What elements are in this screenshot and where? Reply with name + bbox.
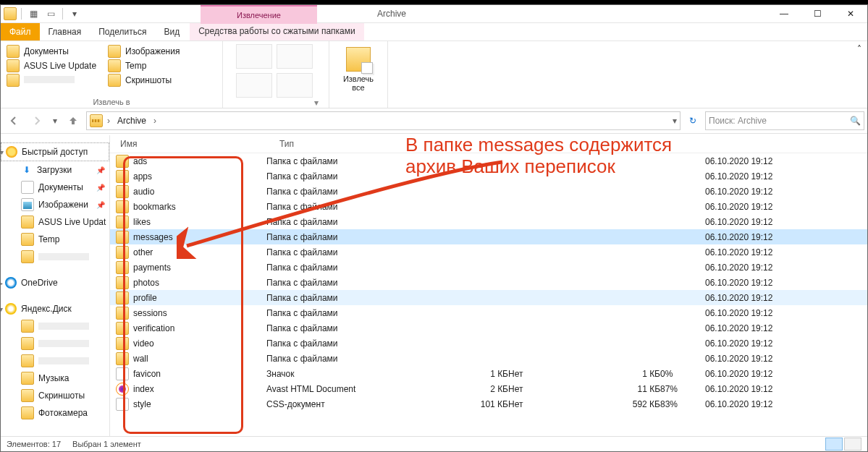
tree-item[interactable]: Изображени📌 bbox=[1, 196, 109, 213]
file-row[interactable]: paymentsПапка с файлами06.10.2020 19:12 bbox=[110, 260, 867, 275]
qat-new-folder-icon[interactable]: ▭ bbox=[43, 7, 58, 21]
file-row[interactable]: bookmarksПапка с файлами06.10.2020 19:12 bbox=[110, 199, 867, 214]
address-bar[interactable]: › Archive › ▾ bbox=[86, 111, 681, 130]
folder-icon bbox=[116, 291, 129, 304]
extract-destination[interactable]: Изображения bbox=[108, 44, 209, 59]
tree-item[interactable]: Фотокамера bbox=[1, 404, 109, 422]
address-dropdown-icon[interactable]: ▾ bbox=[671, 116, 678, 126]
file-row[interactable]: styleCSS-документ101 КБНет592 КБ83%06.10… bbox=[110, 396, 867, 412]
tree-item[interactable]: ASUS Live Updat bbox=[1, 213, 109, 231]
view-large-button[interactable] bbox=[844, 438, 861, 451]
tree-label: Изображени bbox=[38, 200, 88, 210]
folder-icon bbox=[7, 59, 20, 72]
tree-item[interactable] bbox=[1, 248, 109, 265]
expand-gallery-icon[interactable]: ▾ bbox=[314, 98, 323, 106]
extract-destination[interactable]: Temp bbox=[108, 59, 209, 73]
file-row[interactable]: profileПапка с файлами06.10.2020 19:12 bbox=[110, 290, 867, 305]
file-type: Avast HTML Document bbox=[266, 384, 444, 394]
column-name[interactable]: Имя bbox=[116, 139, 275, 149]
collapse-ribbon-icon[interactable]: ˄ bbox=[851, 41, 867, 108]
qat-props-icon[interactable]: ▦ bbox=[26, 7, 41, 21]
file-date: 06.10.2020 19:12 bbox=[705, 202, 806, 212]
file-date: 06.10.2020 19:12 bbox=[705, 156, 806, 166]
file-type: Папка с файлами bbox=[266, 308, 444, 318]
search-input[interactable]: Поиск: Archive 🔍 bbox=[705, 111, 864, 130]
file-size: 11 КБ bbox=[573, 384, 660, 394]
file-csize: 1 КБ bbox=[444, 369, 508, 379]
extract-destination[interactable]: ASUS Live Update bbox=[7, 59, 108, 73]
status-count: Элементов: 17 bbox=[7, 440, 61, 448]
file-type: CSS-документ bbox=[266, 399, 444, 409]
tree-item[interactable]: Документы📌 bbox=[1, 179, 109, 196]
file-date: 06.10.2020 19:12 bbox=[705, 384, 806, 394]
view-details-button[interactable] bbox=[825, 438, 843, 451]
file-row[interactable]: videoПапка с файлами06.10.2020 19:12 bbox=[110, 336, 867, 351]
tree-item[interactable]: ▾Яндекс.Диск bbox=[1, 300, 109, 317]
file-type: Папка с файлами bbox=[266, 263, 444, 273]
column-type[interactable]: Тип bbox=[275, 139, 462, 149]
file-row[interactable]: sessionsПапка с файлами06.10.2020 19:12 bbox=[110, 305, 867, 320]
file-row[interactable]: otherПапка с файлами06.10.2020 19:12 bbox=[110, 244, 867, 260]
file-row[interactable]: indexAvast HTML Document2 КБНет11 КБ87%0… bbox=[110, 381, 867, 396]
tree-item[interactable]: ▸OneDrive bbox=[1, 274, 109, 291]
file-row[interactable]: wallПапка с файлами06.10.2020 19:12 bbox=[110, 351, 867, 366]
tree-label: Быстрый доступ bbox=[22, 147, 88, 157]
close-button[interactable]: ✕ bbox=[834, 5, 867, 22]
tree-item[interactable]: Музыка bbox=[1, 370, 109, 387]
pin-icon: 📌 bbox=[96, 184, 105, 192]
file-type: Папка с файлами bbox=[266, 354, 444, 364]
nav-history-icon[interactable]: ▾ bbox=[50, 111, 60, 131]
tree-item[interactable] bbox=[1, 335, 109, 352]
folder-icon bbox=[116, 307, 129, 320]
tree-item[interactable]: Скриншоты bbox=[1, 387, 109, 404]
file-list[interactable]: adsПапка с файлами06.10.2020 19:12appsПа… bbox=[110, 153, 867, 437]
pin-icon: 📌 bbox=[96, 201, 105, 209]
file-row[interactable]: likesПапка с файлами06.10.2020 19:12 bbox=[110, 214, 867, 229]
file-row[interactable]: appsПапка с файлами06.10.2020 19:12 bbox=[110, 169, 867, 184]
file-type: Папка с файлами bbox=[266, 323, 444, 333]
expand-icon[interactable]: ▾ bbox=[1, 305, 3, 313]
tab-compressed-tools[interactable]: Средства работы со сжатыми папками bbox=[190, 23, 364, 40]
file-name: wall bbox=[133, 354, 148, 364]
maximize-button[interactable]: ☐ bbox=[801, 5, 834, 22]
minimize-button[interactable]: — bbox=[767, 5, 801, 22]
nav-up-button[interactable] bbox=[63, 111, 83, 131]
file-row[interactable]: verificationПапка с файлами06.10.2020 19… bbox=[110, 320, 867, 336]
extract-destination[interactable]: Скриншоты bbox=[108, 73, 209, 88]
extract-destination[interactable] bbox=[7, 73, 108, 88]
breadcrumb-segment[interactable]: Archive bbox=[113, 112, 151, 129]
tree-item[interactable]: ⬇Загрузки📌 bbox=[1, 161, 109, 179]
expand-icon[interactable]: ▾ bbox=[1, 148, 4, 156]
file-name: verification bbox=[133, 323, 174, 333]
recent-thumbs[interactable] bbox=[236, 44, 316, 98]
tree-label: Документы bbox=[38, 182, 83, 192]
chevron-right-icon[interactable]: › bbox=[106, 116, 111, 126]
file-row[interactable]: photosПапка с файлами06.10.2020 19:12 bbox=[110, 275, 867, 290]
chevron-right-icon[interactable]: › bbox=[152, 116, 158, 126]
tab-home[interactable]: Главная bbox=[40, 23, 90, 40]
nav-tree[interactable]: ▾Быстрый доступ⬇Загрузки📌Документы📌Изобр… bbox=[1, 135, 110, 437]
expand-icon[interactable]: ▸ bbox=[1, 279, 3, 287]
tree-item[interactable] bbox=[1, 317, 109, 335]
extract-destination[interactable]: Документы bbox=[7, 44, 108, 59]
destination-label: Temp bbox=[125, 61, 146, 71]
nav-back-button[interactable] bbox=[4, 111, 24, 131]
refresh-button[interactable]: ↻ bbox=[683, 112, 702, 129]
file-row[interactable]: faviconЗначок1 КБНет1 КБ0%06.10.2020 19:… bbox=[110, 366, 867, 381]
extract-all-button[interactable]: Извлечь все bbox=[335, 44, 382, 95]
destination-label bbox=[24, 75, 75, 85]
tree-item[interactable]: Temp bbox=[1, 231, 109, 248]
nav-forward-button[interactable] bbox=[27, 111, 47, 131]
file-row[interactable]: adsПапка с файлами06.10.2020 19:12 bbox=[110, 153, 867, 169]
file-date: 06.10.2020 19:12 bbox=[705, 187, 806, 197]
tab-share[interactable]: Поделиться bbox=[90, 23, 155, 40]
qat-dropdown-icon[interactable]: ▾ bbox=[67, 7, 82, 21]
folder-icon bbox=[116, 170, 129, 183]
tab-view[interactable]: Вид bbox=[155, 23, 188, 40]
tree-item[interactable] bbox=[1, 352, 109, 370]
tab-file[interactable]: Файл bbox=[1, 23, 40, 40]
img-icon bbox=[21, 198, 34, 211]
file-row[interactable]: audioПапка с файлами06.10.2020 19:12 bbox=[110, 184, 867, 199]
file-row[interactable]: messagesПапка с файлами06.10.2020 19:12 bbox=[110, 229, 867, 244]
tree-item[interactable]: ▾Быстрый доступ bbox=[1, 142, 109, 161]
